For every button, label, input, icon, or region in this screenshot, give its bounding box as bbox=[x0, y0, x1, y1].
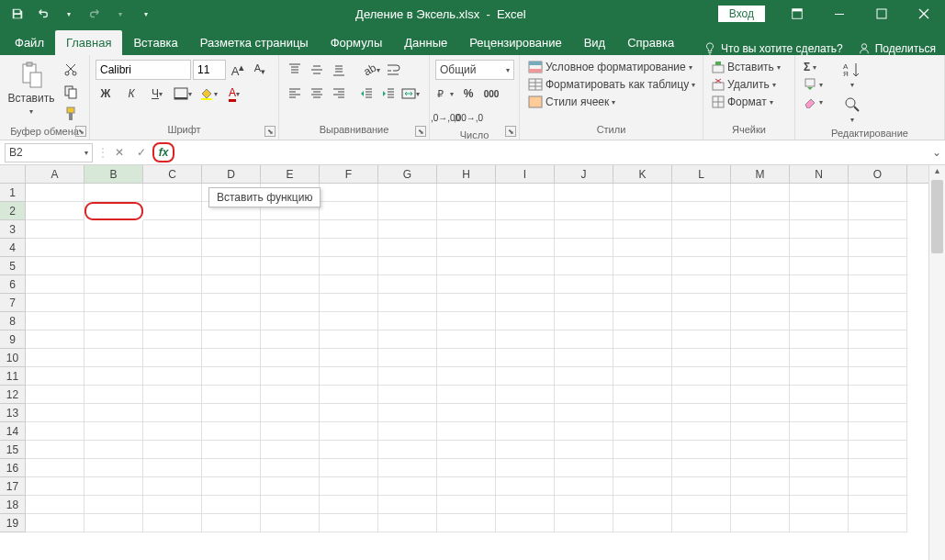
cell-O19[interactable] bbox=[849, 514, 907, 532]
cell-K5[interactable] bbox=[613, 257, 672, 275]
cell-E16[interactable] bbox=[261, 459, 320, 477]
cell-O15[interactable] bbox=[849, 441, 907, 459]
tab-view[interactable]: Вид bbox=[573, 30, 617, 55]
number-dialog-launcher[interactable]: ⬊ bbox=[505, 126, 516, 137]
cell-A17[interactable] bbox=[26, 477, 84, 496]
cell-D6[interactable] bbox=[202, 275, 261, 294]
cell-J11[interactable] bbox=[555, 367, 613, 386]
align-right-button[interactable] bbox=[329, 84, 349, 104]
column-header-F[interactable]: F bbox=[320, 165, 378, 183]
cell-G11[interactable] bbox=[378, 367, 437, 386]
save-button[interactable] bbox=[6, 2, 29, 26]
cell-A9[interactable] bbox=[26, 330, 84, 349]
cell-F10[interactable] bbox=[320, 349, 378, 367]
cell-O8[interactable] bbox=[849, 312, 907, 330]
cell-A15[interactable] bbox=[26, 441, 84, 459]
insert-function-button[interactable]: fx bbox=[152, 142, 174, 162]
cell-I18[interactable] bbox=[496, 496, 555, 514]
cell-I1[interactable] bbox=[496, 184, 555, 202]
select-all-corner[interactable] bbox=[0, 165, 26, 184]
cell-J8[interactable] bbox=[555, 312, 613, 330]
cell-M6[interactable] bbox=[731, 275, 790, 294]
cell-D12[interactable] bbox=[202, 386, 261, 404]
cell-M7[interactable] bbox=[731, 294, 790, 312]
cell-H7[interactable] bbox=[437, 294, 496, 312]
cell-K10[interactable] bbox=[613, 349, 672, 367]
cell-B16[interactable] bbox=[84, 459, 143, 477]
cell-H3[interactable] bbox=[437, 220, 496, 239]
font-name-input[interactable] bbox=[96, 60, 191, 80]
cell-D10[interactable] bbox=[202, 349, 261, 367]
increase-font-button[interactable]: A▴ bbox=[228, 60, 248, 80]
cell-A4[interactable] bbox=[26, 239, 84, 257]
cell-I6[interactable] bbox=[496, 275, 555, 294]
number-format-select[interactable]: Общий▾ bbox=[435, 60, 514, 80]
cell-C12[interactable] bbox=[143, 386, 202, 404]
cell-C8[interactable] bbox=[143, 312, 202, 330]
cell-I12[interactable] bbox=[496, 386, 555, 404]
bold-button[interactable]: Ж bbox=[96, 84, 116, 104]
cell-N1[interactable] bbox=[790, 184, 849, 202]
decrease-font-button[interactable]: A▾ bbox=[250, 60, 270, 80]
cell-F19[interactable] bbox=[320, 514, 378, 532]
formula-input[interactable] bbox=[178, 143, 928, 162]
autosum-button[interactable]: Σ▾ bbox=[801, 60, 826, 74]
column-header-K[interactable]: K bbox=[613, 165, 672, 183]
cell-O17[interactable] bbox=[849, 477, 907, 496]
cell-N3[interactable] bbox=[790, 220, 849, 239]
cell-K13[interactable] bbox=[613, 404, 672, 422]
share-button[interactable]: Поделиться bbox=[858, 42, 936, 55]
cell-E14[interactable] bbox=[261, 422, 320, 441]
cell-B3[interactable] bbox=[84, 220, 143, 239]
cell-M2[interactable] bbox=[731, 202, 790, 220]
cell-N16[interactable] bbox=[790, 459, 849, 477]
cell-F7[interactable] bbox=[320, 294, 378, 312]
cell-G15[interactable] bbox=[378, 441, 437, 459]
cell-B14[interactable] bbox=[84, 422, 143, 441]
format-cells-button[interactable]: Формат▾ bbox=[709, 95, 776, 109]
cell-A12[interactable] bbox=[26, 386, 84, 404]
cell-O7[interactable] bbox=[849, 294, 907, 312]
cell-O9[interactable] bbox=[849, 330, 907, 349]
column-header-H[interactable]: H bbox=[437, 165, 496, 183]
cell-K8[interactable] bbox=[613, 312, 672, 330]
cell-M18[interactable] bbox=[731, 496, 790, 514]
cell-C16[interactable] bbox=[143, 459, 202, 477]
row-header-17[interactable]: 17 bbox=[0, 477, 26, 496]
cell-H16[interactable] bbox=[437, 459, 496, 477]
cell-N5[interactable] bbox=[790, 257, 849, 275]
cell-M15[interactable] bbox=[731, 441, 790, 459]
merge-center-button[interactable]: ▾ bbox=[400, 84, 421, 104]
cell-L3[interactable] bbox=[672, 220, 731, 239]
paste-button[interactable]: Вставить ▾ bbox=[6, 60, 57, 118]
cell-L18[interactable] bbox=[672, 496, 731, 514]
cell-G14[interactable] bbox=[378, 422, 437, 441]
cell-M11[interactable] bbox=[731, 367, 790, 386]
cell-G4[interactable] bbox=[378, 239, 437, 257]
cell-F15[interactable] bbox=[320, 441, 378, 459]
cell-O13[interactable] bbox=[849, 404, 907, 422]
cell-G17[interactable] bbox=[378, 477, 437, 496]
cell-K9[interactable] bbox=[613, 330, 672, 349]
tab-help[interactable]: Справка bbox=[616, 30, 685, 55]
row-header-15[interactable]: 15 bbox=[0, 441, 26, 459]
redo-dropdown[interactable]: ▾ bbox=[108, 2, 132, 26]
row-header-3[interactable]: 3 bbox=[0, 220, 26, 239]
cell-D13[interactable] bbox=[202, 404, 261, 422]
cell-A14[interactable] bbox=[26, 422, 84, 441]
cell-J7[interactable] bbox=[555, 294, 613, 312]
conditional-formatting-button[interactable]: Условное форматирование▾ bbox=[525, 60, 695, 74]
decrease-decimal-button[interactable]: ,00→,0 bbox=[458, 107, 478, 128]
cell-J10[interactable] bbox=[555, 349, 613, 367]
cell-C6[interactable] bbox=[143, 275, 202, 294]
cell-E12[interactable] bbox=[261, 386, 320, 404]
tab-page-layout[interactable]: Разметка страницы bbox=[189, 30, 320, 55]
column-header-E[interactable]: E bbox=[261, 165, 320, 183]
cell-K11[interactable] bbox=[613, 367, 672, 386]
cell-N14[interactable] bbox=[790, 422, 849, 441]
cell-B9[interactable] bbox=[84, 330, 143, 349]
cell-I19[interactable] bbox=[496, 514, 555, 532]
accounting-format-button[interactable]: ₽▾ bbox=[435, 84, 456, 104]
cell-G2[interactable] bbox=[378, 202, 437, 220]
cell-N18[interactable] bbox=[790, 496, 849, 514]
